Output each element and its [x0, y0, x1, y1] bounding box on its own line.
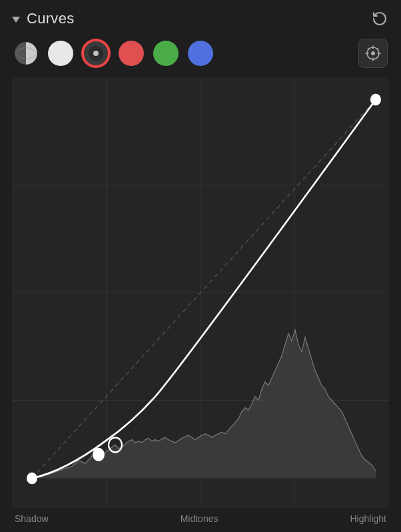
shadow-label: Shadow — [15, 513, 49, 524]
svg-point-24 — [371, 95, 380, 105]
rgb-dot — [93, 51, 99, 56]
svg-point-12 — [377, 48, 379, 50]
svg-point-11 — [368, 48, 370, 50]
svg-point-21 — [27, 473, 37, 484]
channel-green-button[interactable] — [153, 41, 179, 66]
svg-point-23 — [93, 449, 104, 461]
midtones-label: Midtones — [181, 513, 218, 524]
axis-labels: Shadow Midtones Highlight — [12, 508, 389, 532]
curves-chart[interactable] — [12, 77, 389, 508]
channel-luma-button[interactable] — [13, 41, 39, 66]
highlight-label: Highlight — [350, 513, 386, 524]
rgb-inner-icon — [89, 46, 103, 61]
channel-rgb-button[interactable] — [83, 40, 109, 67]
svg-point-6 — [371, 51, 375, 55]
curves-panel: Curves — [0, 0, 401, 532]
picker-tool-button[interactable] — [358, 39, 388, 68]
collapse-chevron-icon[interactable] — [12, 17, 20, 23]
channel-buttons — [13, 40, 213, 67]
panel-header: Curves — [12, 9, 389, 28]
channel-red-button[interactable] — [119, 41, 144, 66]
channel-white-button[interactable] — [48, 41, 73, 66]
channel-blue-button[interactable] — [188, 41, 213, 66]
reset-button[interactable] — [370, 9, 389, 28]
panel-title: Curves — [27, 10, 75, 27]
channel-selector-row — [12, 39, 389, 68]
header-left: Curves — [12, 10, 75, 27]
